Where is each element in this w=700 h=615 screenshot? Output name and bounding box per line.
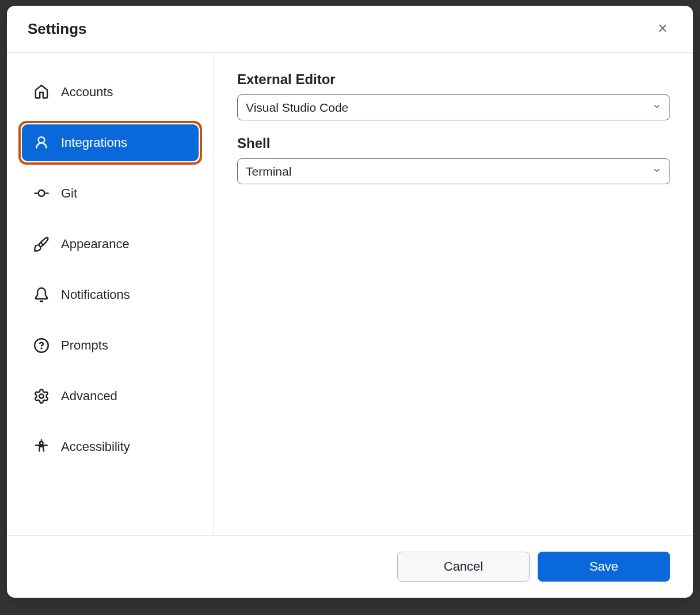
settings-content: External Editor Visual Studio Code Shell… [214,53,693,535]
sidebar-item-label: Integrations [61,135,127,150]
sidebar-item-advanced[interactable]: Advanced [22,378,199,415]
sidebar-item-git[interactable]: Git [22,175,199,212]
settings-dialog: Settings Accounts [7,6,693,598]
external-editor-group: External Editor Visual Studio Code [237,71,670,120]
sidebar-item-prompts-wrap: Prompts [18,324,202,367]
sidebar-item-label: Appearance [61,237,130,252]
sidebar-item-prompts[interactable]: Prompts [22,327,199,364]
paintbrush-icon [33,236,50,252]
external-editor-select-wrap: Visual Studio Code [237,94,670,120]
person-icon [33,135,50,151]
git-commit-icon [33,185,50,202]
sidebar-item-label: Notifications [61,287,130,302]
close-icon [656,22,669,36]
sidebar-item-label: Accessibility [61,439,130,454]
sidebar-item-label: Advanced [61,389,117,404]
sidebar-item-appearance[interactable]: Appearance [22,226,199,263]
external-editor-select[interactable]: Visual Studio Code [237,94,670,120]
shell-select-wrap: Terminal [237,158,670,184]
sidebar-item-integrations-wrap: Integrations [18,121,202,165]
sidebar-item-label: Accounts [61,85,113,100]
sidebar-item-accessibility-wrap: Accessibility [18,425,202,469]
bell-icon [33,287,50,303]
sidebar-item-label: Prompts [61,338,108,353]
gear-icon [33,388,50,404]
accessibility-icon [33,439,50,455]
save-button[interactable]: Save [538,552,670,582]
dialog-title: Settings [28,20,87,38]
sidebar-item-label: Git [61,186,77,201]
sidebar-item-appearance-wrap: Appearance [18,222,202,266]
dialog-footer: Cancel Save [7,535,693,598]
sidebar-item-accounts-wrap: Accounts [18,70,202,114]
shell-select[interactable]: Terminal [237,158,670,184]
sidebar-item-advanced-wrap: Advanced [18,374,202,418]
close-button[interactable] [653,18,672,40]
cancel-button[interactable]: Cancel [397,552,530,582]
dialog-body: Accounts Integrations Git [7,53,693,535]
sidebar-item-accounts[interactable]: Accounts [22,74,199,111]
sidebar-item-notifications-wrap: Notifications [18,273,202,317]
dialog-header: Settings [7,6,693,53]
question-icon [33,337,50,354]
shell-label: Shell [237,135,670,151]
external-editor-label: External Editor [237,71,670,88]
sidebar-item-notifications[interactable]: Notifications [22,276,199,313]
sidebar-item-integrations[interactable]: Integrations [22,124,199,161]
sidebar-item-accessibility[interactable]: Accessibility [22,428,199,465]
sidebar-item-git-wrap: Git [18,172,202,215]
home-icon [33,84,50,100]
settings-sidebar: Accounts Integrations Git [7,53,214,535]
shell-group: Shell Terminal [237,135,670,184]
